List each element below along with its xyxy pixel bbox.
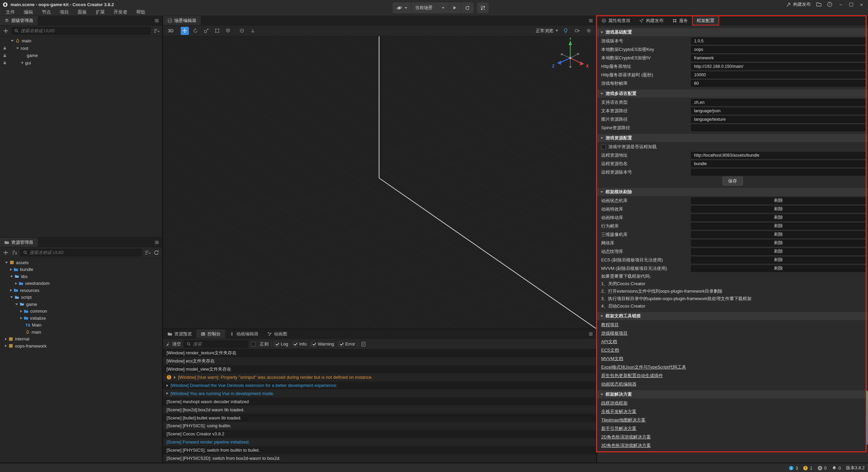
hierarchy-node-game[interactable]: game xyxy=(0,52,162,59)
chevron-right-icon[interactable] xyxy=(166,384,168,387)
section-header[interactable]: 框架模块剔除 xyxy=(597,188,868,196)
camera-settings-button[interactable] xyxy=(573,27,581,35)
section-header[interactable]: 游戏资源配置 xyxy=(597,134,868,142)
asset-node-game[interactable]: game xyxy=(0,301,162,308)
network-lib-remove-button[interactable]: 剔除 xyxy=(691,240,866,247)
console-log-row[interactable]: [Scene] [bullet]:bullet wasm lib loaded. xyxy=(163,414,596,422)
sort-assets-icon[interactable] xyxy=(12,250,18,256)
link-animator-editor[interactable]: 动画状态机编辑器 xyxy=(601,381,636,387)
console-search-input[interactable] xyxy=(193,341,253,347)
pivot-toggle-button[interactable] xyxy=(238,27,246,35)
link-tactics-game-framework[interactable]: 战棋游戏框架 xyxy=(601,400,628,406)
console-log-row[interactable]: [Scene] [box2d]:box2d wasm lib loaded. xyxy=(163,406,596,414)
chevron-down-icon[interactable] xyxy=(600,315,603,317)
tab-console[interactable]: 控制台 xyxy=(196,329,225,338)
chevron-right-icon[interactable] xyxy=(10,268,12,271)
chevron-down-icon[interactable] xyxy=(600,32,603,33)
chevron-right-icon[interactable] xyxy=(22,61,23,64)
tab-scene-editor[interactable]: 场景编辑器 xyxy=(163,16,201,25)
inspector-scrollbar-thumb[interactable] xyxy=(866,391,868,445)
lighting-toggle-button[interactable] xyxy=(561,27,570,35)
chevron-down-icon[interactable] xyxy=(5,262,8,263)
preview-platform-select[interactable] xyxy=(393,2,411,13)
console-log-row[interactable]: [Window] render_texture文件夹存在 xyxy=(163,349,596,357)
console-menu-icon[interactable] xyxy=(588,332,593,336)
tab-animation-graph[interactable]: 动画图 xyxy=(263,329,292,338)
menu-item-7[interactable]: 帮助 xyxy=(132,9,150,15)
filter-warning[interactable]: Warning xyxy=(311,341,334,347)
axis-gizmo[interactable]: Y X Z xyxy=(548,38,592,77)
warning-checkbox[interactable] xyxy=(311,342,316,347)
hierarchy-search-input[interactable] xyxy=(21,28,148,33)
console-log-row[interactable]: ![Window] [Vue warn]: Property "onInput"… xyxy=(163,373,596,381)
chevron-down-icon[interactable] xyxy=(600,394,603,395)
menu-item-6[interactable]: 开发者 xyxy=(109,9,132,15)
hierarchy-filter-icon[interactable] xyxy=(153,28,159,34)
tab-animation-editor[interactable]: 动画编辑器 xyxy=(225,329,263,338)
asset-node-oops-framework[interactable]: oops-framework xyxy=(0,342,162,350)
asset-node-assets[interactable]: assets xyxy=(0,259,162,266)
mvvm-lib-remove-button[interactable]: 剔除 xyxy=(691,265,866,272)
hierarchy-node-root[interactable]: root xyxy=(0,45,162,52)
tab-assets[interactable]: 资源管理器 xyxy=(0,238,38,247)
assets-search-input[interactable] xyxy=(29,250,139,255)
chevron-right-icon[interactable] xyxy=(174,376,176,379)
filter-info[interactable]: Info xyxy=(293,341,307,347)
asset-node-main[interactable]: main xyxy=(0,329,162,336)
help-icon[interactable]: ? xyxy=(827,2,832,7)
chevron-down-icon[interactable] xyxy=(600,93,603,95)
remote-resource-address-input[interactable] xyxy=(691,152,866,159)
clear-console-button[interactable]: 清空 xyxy=(166,341,181,347)
info-checkbox[interactable] xyxy=(293,342,298,347)
link-api-doc[interactable]: API文档 xyxy=(601,339,617,345)
spine-resource-path-input[interactable] xyxy=(691,124,866,131)
link-rpg-2d-solution[interactable]: 2D角色扮演游戏解决方案 xyxy=(601,434,651,440)
chevron-right-icon[interactable] xyxy=(166,392,168,395)
tab-asset-preview[interactable]: 资源预览 xyxy=(163,329,196,338)
status-warning-counter[interactable]: ! 1 xyxy=(803,466,812,471)
section-header[interactable]: 游戏基础配置 xyxy=(597,28,868,36)
link-fullstack-solution[interactable]: 全栈开发解决方案 xyxy=(601,409,636,415)
scale-tool-button[interactable] xyxy=(202,27,211,35)
scene-select-dropdown[interactable]: 当前场景 xyxy=(411,2,448,13)
menu-item-2[interactable]: 节点 xyxy=(37,9,55,15)
status-error-counter[interactable]: 0 xyxy=(817,466,827,471)
chevron-right-icon[interactable] xyxy=(20,317,22,319)
console-log-list[interactable]: [Window] render_texture文件夹存在[Window] ecs… xyxy=(163,349,596,463)
chevron-down-icon[interactable] xyxy=(16,47,19,49)
chevron-down-icon[interactable] xyxy=(11,40,14,42)
hierarchy-search[interactable] xyxy=(12,27,151,35)
dynamic-texture-lib-remove-button[interactable]: 剔除 xyxy=(691,248,866,255)
console-log-row[interactable]: [Scene] [PHYSICS]: switch from builtin t… xyxy=(163,446,596,454)
crypto-key-input[interactable] xyxy=(691,46,866,53)
move-tool-button[interactable] xyxy=(181,27,189,35)
chevron-right-icon[interactable] xyxy=(10,289,12,292)
assets-search[interactable] xyxy=(20,249,142,256)
link-ecs-doc[interactable]: ECS文档 xyxy=(601,347,619,353)
animator-lib-remove-button[interactable]: 剔除 xyxy=(691,197,866,204)
tab-inspector[interactable]: 属性检查器 xyxy=(597,16,635,25)
log-file-icon[interactable] xyxy=(361,341,366,347)
project-folder-icon[interactable] xyxy=(816,2,822,7)
asset-node-initialize[interactable]: initialize xyxy=(0,315,162,322)
asset-node-internal[interactable]: internal xyxy=(0,336,162,343)
language-types-input[interactable] xyxy=(691,99,866,106)
remote-bundle-name-input[interactable] xyxy=(691,160,866,167)
asset-node-Main[interactable]: TSMain xyxy=(0,322,162,329)
filter-error[interactable]: Error xyxy=(339,341,355,347)
console-log-row[interactable]: [Scene] meshopt wasm decoder initialized xyxy=(163,397,596,406)
preview-qr-button[interactable] xyxy=(477,2,489,13)
asset-node-resources[interactable]: resources xyxy=(0,287,162,294)
behavior-tree-lib-remove-button[interactable]: 剔除 xyxy=(691,223,866,230)
http-server-address-input[interactable] xyxy=(691,63,866,70)
console-search[interactable] xyxy=(184,340,248,348)
console-log-row[interactable]: [Scene] [PHYSICS2D]: switch from box2d-w… xyxy=(163,454,596,463)
link-mvvm-doc[interactable]: MVVM文档 xyxy=(601,356,623,362)
tab-build[interactable]: 构建发布 xyxy=(635,16,668,25)
asset-node-libs[interactable]: libs xyxy=(0,273,162,280)
rect-tool-button[interactable] xyxy=(213,27,221,35)
save-button[interactable]: 保存 xyxy=(723,177,743,185)
menu-item-1[interactable]: 编辑 xyxy=(19,9,37,15)
remote-load-checkbox[interactable] xyxy=(601,144,606,149)
link-tutorial-project[interactable]: 教程项目 xyxy=(601,322,619,328)
